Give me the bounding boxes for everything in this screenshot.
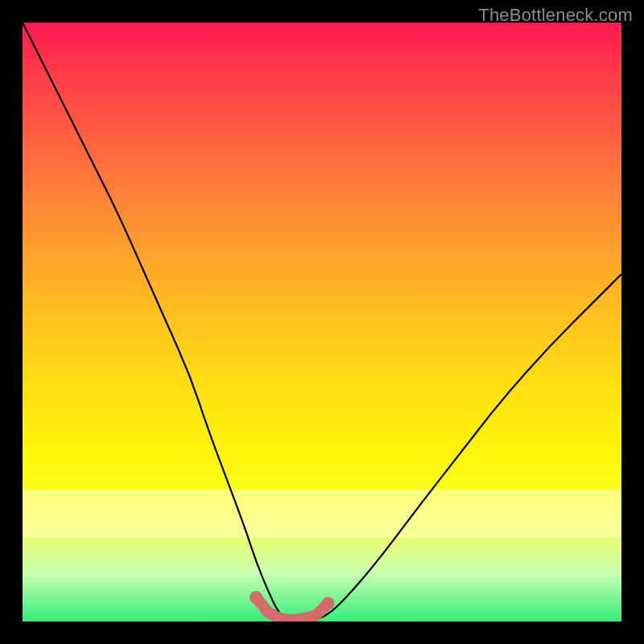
plot-area <box>23 23 621 621</box>
chart-svg <box>23 23 621 621</box>
valley-marker <box>256 597 328 620</box>
chart-frame: TheBottleneck.com <box>0 0 644 644</box>
bottleneck-curve <box>23 23 621 621</box>
svg-point-1 <box>321 597 334 610</box>
watermark-text: TheBottleneck.com <box>478 5 633 26</box>
svg-point-0 <box>250 591 262 604</box>
